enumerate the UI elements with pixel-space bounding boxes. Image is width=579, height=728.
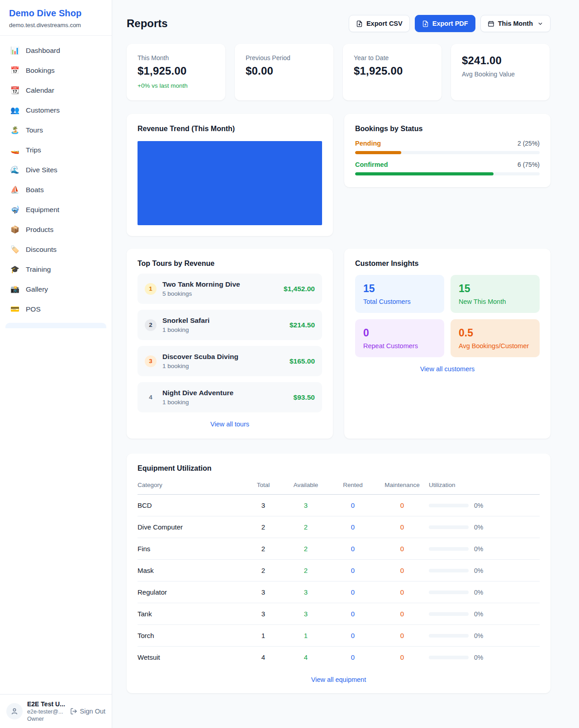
sidebar-item-label: Dashboard <box>26 47 60 55</box>
utilization-bar <box>429 634 469 638</box>
top-tours-title: Top Tours by Revenue <box>138 260 322 268</box>
tour-bookings: 1 booking <box>162 399 233 406</box>
sidebar-item-tours[interactable]: 🏝️ Tours <box>5 122 106 138</box>
utilization-cell: 0% <box>429 632 540 639</box>
sidebar-header: Demo Dive Shop demo.test.divestreams.com <box>0 0 112 36</box>
sidebar-item-boats[interactable]: ⛵ Boats <box>5 181 106 198</box>
sidebar-item-bookings[interactable]: 📅 Bookings <box>5 62 106 79</box>
user-info: E2E Test U... e2e-tester@... Owner <box>27 700 65 722</box>
utilization-percent: 0% <box>474 524 483 531</box>
bookings-icon: 📅 <box>10 66 20 75</box>
equipment-utilization-title: Equipment Utilization <box>138 464 540 473</box>
sidebar-item-trips[interactable]: 🚤 Trips <box>5 142 106 158</box>
cell-total: 2 <box>245 560 281 581</box>
sidebar-item-pos[interactable]: 💳 POS <box>5 301 106 317</box>
table-row: Torch 1 1 0 0 0% <box>138 625 540 647</box>
view-all-tours-link[interactable]: View all tours <box>138 421 322 428</box>
utilization-cell: 0% <box>429 567 540 574</box>
status-count: 6 (75%) <box>517 161 540 168</box>
period-dropdown[interactable]: This Month <box>480 15 551 32</box>
tour-bookings: 5 bookings <box>162 290 240 297</box>
cell-rented: 0 <box>330 538 375 560</box>
cell-available: 3 <box>281 603 330 625</box>
insight-value: 0.5 <box>459 327 532 339</box>
utilization-bar <box>429 656 469 659</box>
user-role: Owner <box>27 716 65 722</box>
tour-bookings: 1 booking <box>162 363 238 369</box>
period-label: This Month <box>498 20 533 27</box>
sidebar-item-label: POS <box>26 305 41 313</box>
customer-insights-title: Customer Insights <box>355 260 540 268</box>
trips-icon: 🚤 <box>10 146 20 154</box>
sidebar-item-gallery[interactable]: 📸 Gallery <box>5 281 106 298</box>
sidebar-item-label: Bookings <box>26 66 55 75</box>
insight-tile-repeat-customers: 0 Repeat Customers <box>355 319 444 357</box>
view-all-customers-link[interactable]: View all customers <box>355 365 540 373</box>
stat-card-this-month: This Month $1,925.00 +0% vs last month <box>127 44 225 100</box>
cell-total: 2 <box>245 516 281 538</box>
sign-out-label: Sign Out <box>80 708 105 715</box>
revenue-trend-chart <box>138 141 322 225</box>
cell-category: Fins <box>138 538 245 560</box>
utilization-cell: 0% <box>429 610 540 618</box>
cell-total: 4 <box>245 647 281 668</box>
sidebar-item-label: Discounts <box>26 246 57 254</box>
table-row: Dive Computer 2 2 0 0 0% <box>138 516 540 538</box>
sidebar-item-dive-sites[interactable]: 🌊 Dive Sites <box>5 161 106 178</box>
sidebar-item-customers[interactable]: 👥 Customers <box>5 102 106 118</box>
customer-insights-card: Customer Insights 15 Total Customers 15 … <box>344 249 551 439</box>
cell-available: 1 <box>281 625 330 647</box>
stat-label: Previous Period <box>246 54 323 61</box>
tour-name: Night Dive Adventure <box>162 389 233 397</box>
sidebar-item-active-partial[interactable] <box>5 323 106 328</box>
cell-available: 2 <box>281 538 330 560</box>
utilization-percent: 0% <box>474 610 483 618</box>
training-icon: 🎓 <box>10 265 20 274</box>
export-csv-button[interactable]: Export CSV <box>349 15 410 32</box>
sidebar-item-equipment[interactable]: 🤿 Equipment <box>5 201 106 218</box>
stat-card-year-to-date: Year to Date $1,925.00 <box>343 44 441 100</box>
status-count: 2 (25%) <box>517 140 540 147</box>
status-label: Pending <box>355 140 381 147</box>
utilization-percent: 0% <box>474 502 483 509</box>
sidebar-item-discounts[interactable]: 🏷️ Discounts <box>5 241 106 258</box>
stat-label: This Month <box>138 54 214 61</box>
cell-rented: 0 <box>330 647 375 668</box>
utilization-bar <box>429 547 469 551</box>
insight-value: 0 <box>363 327 436 339</box>
gallery-icon: 📸 <box>10 285 20 293</box>
cell-category: Tank <box>138 603 245 625</box>
utilization-cell: 0% <box>429 654 540 661</box>
stat-value: $1,925.00 <box>138 65 214 77</box>
cell-rented: 0 <box>330 516 375 538</box>
tour-amount: $1,452.00 <box>284 285 315 293</box>
table-row: Tank 3 3 0 0 0% <box>138 603 540 625</box>
utilization-bar <box>429 504 469 507</box>
sidebar-item-dashboard[interactable]: 📊 Dashboard <box>5 42 106 59</box>
status-row-pending: Pending 2 (25%) <box>355 140 540 154</box>
cell-available: 2 <box>281 560 330 581</box>
utilization-cell: 0% <box>429 502 540 509</box>
sidebar-nav: 📊 Dashboard 📅 Bookings 📆 Calendar 👥 Cust… <box>0 36 112 694</box>
sign-out-button[interactable]: Sign Out <box>70 708 105 715</box>
export-pdf-button[interactable]: Export PDF <box>415 15 475 32</box>
cell-rented: 0 <box>330 625 375 647</box>
user-email: e2e-tester@... <box>27 709 65 715</box>
header-controls: Export CSV Export PDF This Month <box>349 15 551 32</box>
view-all-equipment-link[interactable]: View all equipment <box>138 676 540 683</box>
export-pdf-label: Export PDF <box>432 20 468 27</box>
utilization-bar <box>429 569 469 572</box>
sidebar-item-products[interactable]: 📦 Products <box>5 221 106 238</box>
table-row: Fins 2 2 0 0 0% <box>138 538 540 560</box>
sidebar-item-calendar[interactable]: 📆 Calendar <box>5 82 106 99</box>
sidebar-item-training[interactable]: 🎓 Training <box>5 261 106 278</box>
stat-card-avg-booking-value: $241.00 Avg Booking Value <box>451 44 550 100</box>
cell-category: Wetsuit <box>138 647 245 668</box>
bookings-by-status-title: Bookings by Status <box>355 125 540 133</box>
sidebar-item-label: Equipment <box>26 206 59 214</box>
equipment-icon: 🤿 <box>10 205 20 214</box>
stat-label: Avg Booking Value <box>462 71 539 78</box>
status-bar-fill <box>355 151 401 154</box>
utilization-bar <box>429 525 469 529</box>
insight-label: Total Customers <box>363 298 436 305</box>
